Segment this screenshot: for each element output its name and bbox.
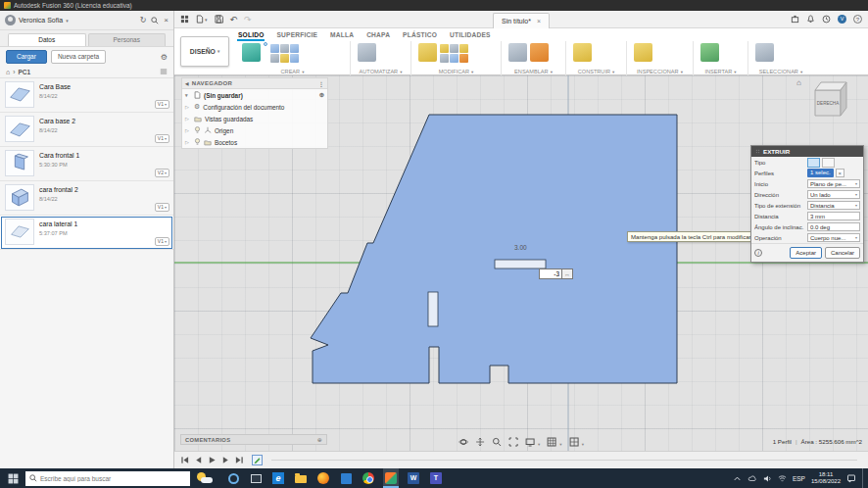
ok-button[interactable]: Aceptar — [790, 247, 822, 259]
close-panel-icon[interactable]: × — [164, 16, 169, 24]
tab-personas[interactable]: Personas — [88, 33, 167, 46]
insert-icon[interactable] — [700, 43, 719, 62]
task-view-icon[interactable] — [248, 468, 264, 488]
extrude-type-solid-icon[interactable] — [807, 158, 820, 168]
align-icon[interactable] — [450, 54, 458, 63]
group-label-automatizar[interactable]: AUTOMATIZAR — [351, 69, 410, 74]
distance-field[interactable]: 3 mm — [807, 212, 860, 220]
list-item[interactable]: Cara Base8/14/22 V1 — [0, 78, 173, 113]
job-status-icon[interactable] — [822, 15, 831, 24]
extrude-tool-active[interactable] — [264, 42, 267, 46]
flip-direction-icon[interactable]: ↔ — [562, 268, 573, 279]
profile-avatar[interactable]: V — [838, 15, 846, 24]
timeline-skip-start-icon[interactable] — [179, 455, 190, 465]
document-tab[interactable]: Sin título* × — [493, 13, 550, 28]
display-settings-icon[interactable] — [525, 438, 540, 447]
dots-menu-icon[interactable]: ⋮ — [318, 80, 324, 87]
user-avatar[interactable] — [5, 15, 16, 25]
tab-plastico[interactable]: PLÁSTICO — [402, 31, 438, 41]
group-label-crear[interactable]: CREAR — [235, 69, 350, 74]
tab-solido[interactable]: SOLIDO — [237, 31, 265, 41]
visibility-bulb-icon[interactable] — [194, 126, 201, 134]
revolve-icon[interactable] — [270, 44, 279, 53]
new-folder-button[interactable]: Nueva carpeta — [51, 50, 106, 64]
tab-datos[interactable]: Datos — [8, 33, 86, 46]
sketch-slot-horizontal[interactable] — [495, 260, 546, 268]
fit-view-icon[interactable] — [508, 437, 518, 447]
browser-node-doc-settings[interactable]: ▷ ⚙ Configuración del documento — [182, 101, 327, 113]
loft-icon[interactable] — [290, 44, 299, 53]
hole-icon[interactable] — [270, 54, 279, 63]
browser-node-origin[interactable]: ▷ Origen — [182, 124, 327, 136]
taper-angle-field[interactable]: 0.0 deg — [807, 222, 860, 231]
volume-icon[interactable] — [763, 474, 772, 483]
taskbar-search[interactable] — [25, 471, 190, 486]
timeline-sketch-marker[interactable] — [252, 455, 263, 465]
language-indicator[interactable]: ESP — [793, 475, 805, 482]
thread-icon[interactable] — [280, 54, 289, 63]
user-name[interactable]: Veronica Sofia — [19, 17, 63, 24]
press-pull-icon[interactable] — [418, 43, 437, 62]
version-badge[interactable]: V2 — [155, 169, 169, 177]
version-badge[interactable]: V1 — [155, 203, 169, 212]
start-dropdown[interactable]: Plano de pe... — [807, 179, 860, 188]
store-icon[interactable] — [338, 468, 354, 488]
version-badge[interactable]: V1 — [155, 100, 169, 109]
teams-icon[interactable]: T — [428, 468, 444, 488]
group-label-ensamblar[interactable]: ENSAMBLAR — [502, 69, 565, 74]
tab-malla[interactable]: MALLA — [329, 31, 355, 41]
grid-settings-icon[interactable] — [547, 437, 561, 447]
node-label[interactable]: Vistas guardadas — [205, 116, 253, 122]
tray-chevron-up-icon[interactable] — [733, 474, 742, 483]
modeling-canvas[interactable]: ◀ NAVEGADOR ⋮ ▾ (Sin guardar) ⊕ ▷ ⚙ Conf… — [174, 75, 868, 451]
gear-icon[interactable]: ⚙ — [161, 53, 168, 62]
firefox-icon[interactable] — [315, 468, 331, 488]
dialog-header[interactable]: EXTRUIR — [751, 146, 863, 157]
clear-selection-icon[interactable]: × — [836, 169, 844, 177]
browser-node-sketches[interactable]: ▷ Bocetos — [182, 136, 327, 148]
move-icon[interactable] — [440, 54, 449, 63]
operation-dropdown[interactable]: Cuerpo nue... — [807, 233, 860, 242]
list-item[interactable]: cara frontal 28/14/22 V1 — [0, 181, 173, 216]
help-icon[interactable]: ? — [853, 15, 862, 24]
distance-input[interactable] — [539, 268, 562, 279]
select-icon[interactable] — [755, 43, 774, 62]
collapse-left-icon[interactable]: ◀ — [185, 81, 189, 86]
measure-icon[interactable] — [634, 43, 652, 62]
breadcrumb-folder[interactable]: PC1 — [18, 69, 30, 75]
list-item[interactable]: Cara frontal 15:30:30 PM V2 — [0, 147, 173, 181]
node-label[interactable]: Configuración del documento — [203, 104, 284, 111]
browser-header[interactable]: ◀ NAVEGADOR ⋮ — [182, 78, 327, 89]
expand-comments-icon[interactable]: ⊕ — [317, 437, 322, 443]
tab-utilidades[interactable]: UTILIDADES — [449, 31, 492, 41]
group-label-seleccionar[interactable]: SELECCIONAR — [748, 69, 813, 74]
timeline-groove[interactable] — [271, 460, 857, 461]
upload-button[interactable]: Cargar — [6, 50, 47, 64]
info-icon[interactable]: i — [754, 249, 762, 257]
pan-icon[interactable] — [475, 437, 485, 447]
list-view-icon[interactable] — [160, 68, 168, 75]
view-cube[interactable]: DERECHA ⌂ — [807, 78, 850, 118]
timeline-step-back-icon[interactable] — [193, 455, 204, 465]
comments-bar[interactable]: COMENTARIOS ⊕ — [180, 434, 327, 445]
tree-collapsed-icon[interactable]: ▷ — [185, 104, 191, 110]
extrude-type-thin-icon[interactable] — [822, 158, 835, 168]
sketch-slot-vertical[interactable] — [428, 292, 438, 326]
search-input[interactable] — [40, 475, 186, 482]
browser-node-named-views[interactable]: ▷ Vistas guardadas — [182, 113, 327, 124]
tree-collapsed-icon[interactable]: ▷ — [185, 127, 191, 133]
search-icon[interactable] — [151, 17, 159, 24]
close-tab-icon[interactable]: × — [537, 18, 541, 24]
extent-type-dropdown[interactable]: Distancia — [807, 201, 860, 210]
tree-open-icon[interactable]: ▾ — [185, 92, 191, 98]
node-label[interactable]: Bocetos — [215, 139, 237, 146]
save-icon[interactable] — [215, 15, 223, 24]
version-badge[interactable]: V1 — [155, 134, 169, 143]
zoom-icon[interactable] — [492, 437, 502, 447]
fusion-360-taskbar-icon[interactable] — [383, 468, 399, 488]
group-label-inspeccionar[interactable]: INSPECCIONAR — [627, 69, 693, 74]
redo-icon[interactable]: ↷ — [244, 15, 252, 24]
file-menu-icon[interactable]: ▾ — [196, 15, 208, 24]
visibility-bulb-icon[interactable] — [194, 138, 201, 146]
cancel-button[interactable]: Cancelar — [825, 247, 860, 259]
